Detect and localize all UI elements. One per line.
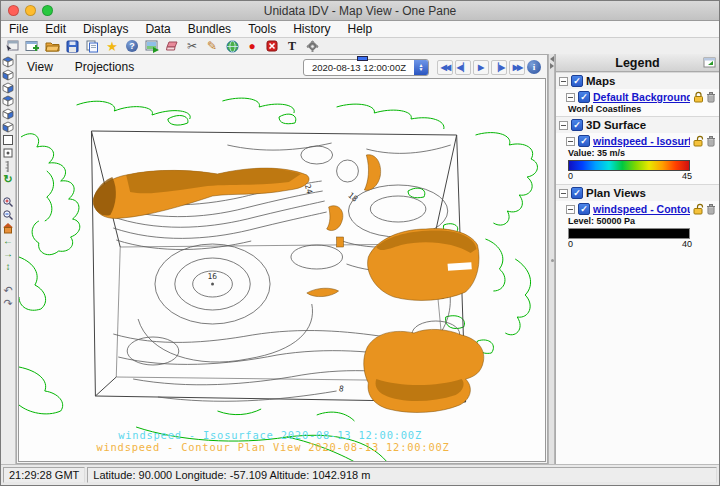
close-window-button[interactable] — [8, 5, 19, 16]
undo-icon[interactable]: ↶ — [2, 284, 15, 296]
erase-icon[interactable] — [164, 39, 180, 54]
favorites-icon[interactable]: ★ — [104, 39, 120, 54]
menu-displays[interactable]: Displays — [83, 22, 128, 36]
menu-view[interactable]: View — [27, 60, 53, 74]
zoom-out-icon[interactable] — [2, 209, 15, 221]
legend-item-background-maps: Default Background Maps — [556, 89, 719, 104]
animation-properties-icon[interactable]: i — [527, 60, 541, 74]
isosurface-link[interactable]: windspeed - Isosurface — [593, 135, 690, 147]
perspective-view-icon[interactable] — [2, 134, 15, 146]
open-bundle-icon[interactable] — [44, 39, 60, 54]
home-icon[interactable] — [2, 222, 15, 234]
menu-edit[interactable]: Edit — [45, 22, 66, 36]
menu-tools[interactable]: Tools — [248, 22, 276, 36]
lock-closed-icon[interactable] — [693, 91, 704, 103]
save-bundle-icon[interactable] — [64, 39, 80, 54]
collapse-isosurface-icon[interactable] — [566, 137, 575, 146]
play-button[interactable] — [473, 60, 489, 75]
pan-left-icon[interactable]: ← — [2, 235, 15, 247]
text-note-icon[interactable]: T — [284, 39, 300, 54]
colorbar-min: 0 — [568, 239, 573, 249]
maps-checkbox[interactable] — [571, 75, 583, 87]
plan-views-checkbox[interactable] — [571, 187, 583, 199]
vertical-scale-icon[interactable] — [2, 160, 15, 172]
go-to-start-button[interactable] — [437, 60, 453, 75]
collapse-plan-views-icon[interactable] — [559, 189, 568, 198]
contour-value-label: 8 — [338, 384, 344, 394]
menu-data[interactable]: Data — [145, 22, 170, 36]
save-as-icon[interactable] — [84, 39, 100, 54]
capture-image-icon[interactable] — [144, 39, 160, 54]
trash-icon[interactable] — [706, 91, 716, 103]
menu-projections[interactable]: Projections — [75, 60, 134, 74]
zoom-in-icon[interactable] — [2, 196, 15, 208]
collapse-right-icon[interactable] — [550, 63, 554, 69]
collapse-left-icon[interactable] — [550, 56, 554, 62]
collapse-contour-plan-icon[interactable] — [566, 205, 575, 214]
cut-icon[interactable]: ✂ — [184, 39, 200, 54]
cursor-position-field: Latitude: 90.000 Longitude: -57.109 Alti… — [87, 467, 717, 483]
auto-rotate-icon[interactable]: ↻ — [2, 173, 15, 185]
time-selected-value: 2020-08-13 12:00:00Z — [304, 60, 414, 75]
title-bar: Unidata IDV - Map View - One Pane — [1, 1, 719, 21]
menu-bar: File Edit Displays Data Bundles Tools Hi… — [1, 21, 719, 38]
splitter-handle[interactable] — [551, 259, 554, 262]
isosurface-checkbox[interactable] — [578, 135, 590, 147]
rotate-bottom-view-icon[interactable] — [2, 69, 15, 81]
map-menu-bar: View Projections 2020-08-13 12:00:00Z ▲▼… — [17, 55, 547, 78]
menu-history[interactable]: History — [293, 22, 330, 36]
background-maps-link[interactable]: Default Background Maps — [593, 91, 690, 103]
settings-icon[interactable] — [304, 39, 320, 54]
rotate-south-view-icon[interactable] — [2, 108, 15, 120]
lock-open-icon[interactable] — [693, 135, 704, 147]
step-forward-button[interactable] — [491, 60, 507, 75]
menu-bundles[interactable]: Bundles — [188, 22, 231, 36]
collapse-3d-surface-icon[interactable] — [559, 121, 568, 130]
3d-surface-checkbox[interactable] — [571, 119, 583, 131]
zoom-window-button[interactable] — [42, 5, 53, 16]
traffic-lights — [8, 5, 53, 16]
status-bar: 21:29:28 GMT Latitude: 90.000 Longitude:… — [1, 464, 719, 485]
map-view-panel: View Projections 2020-08-13 12:00:00Z ▲▼… — [16, 54, 548, 464]
step-back-button[interactable] — [455, 60, 471, 75]
record-icon[interactable]: ● — [244, 39, 260, 54]
float-legend-icon[interactable] — [703, 57, 716, 70]
edit-icon[interactable]: ✎ — [204, 39, 220, 54]
menu-file[interactable]: File — [9, 22, 28, 36]
rotate-north-view-icon[interactable] — [2, 82, 15, 94]
lock-open-icon[interactable] — [693, 203, 704, 215]
redo-icon[interactable]: ↷ — [2, 297, 15, 309]
legend-item-contour-plan: windspeed - Contour Pl... — [556, 201, 719, 216]
new-window-icon[interactable] — [24, 39, 40, 54]
panel-splitter[interactable] — [548, 54, 555, 464]
minimize-window-button[interactable] — [25, 5, 36, 16]
show-dashboard-icon[interactable] — [4, 39, 20, 54]
pan-right-icon[interactable]: → — [2, 248, 15, 260]
collapse-background-maps-icon[interactable] — [566, 93, 575, 102]
time-spinner[interactable]: ▲▼ — [414, 60, 428, 75]
help-icon[interactable]: ? — [124, 39, 140, 54]
pan-vertical-icon[interactable]: ↕ — [2, 261, 15, 273]
rainbow-colorbar[interactable] — [568, 160, 690, 171]
viewpoint-dialog-icon[interactable] — [2, 147, 15, 159]
rotate-west-view-icon[interactable] — [2, 121, 15, 133]
contour-plan-link[interactable]: windspeed - Contour Pl... — [593, 203, 690, 215]
rotate-top-view-icon[interactable] — [2, 56, 15, 68]
go-to-end-button[interactable] — [509, 60, 525, 75]
contour-plan-checkbox[interactable] — [578, 203, 590, 215]
trash-icon[interactable] — [706, 135, 716, 147]
rotate-east-view-icon[interactable] — [2, 95, 15, 107]
time-select-dropdown[interactable]: 2020-08-13 12:00:00Z ▲▼ — [303, 59, 429, 76]
menu-help[interactable]: Help — [347, 22, 372, 36]
map-3d-canvas[interactable]: 24 18 16 16 8 — [18, 78, 546, 462]
background-maps-checkbox[interactable] — [578, 91, 590, 103]
black-colorbar[interactable] — [568, 228, 690, 239]
main-toolbar: ★ ? ✂ ✎ ● T — [1, 38, 719, 54]
projection-icon[interactable] — [224, 39, 240, 54]
clock-field: 21:29:28 GMT — [3, 467, 85, 483]
isosurface-value-label: Value: 35 m/s — [556, 148, 719, 160]
collapse-maps-icon[interactable] — [559, 77, 568, 86]
delete-icon[interactable] — [264, 39, 280, 54]
colorbar-min: 0 — [568, 171, 573, 181]
trash-icon[interactable] — [706, 203, 716, 215]
